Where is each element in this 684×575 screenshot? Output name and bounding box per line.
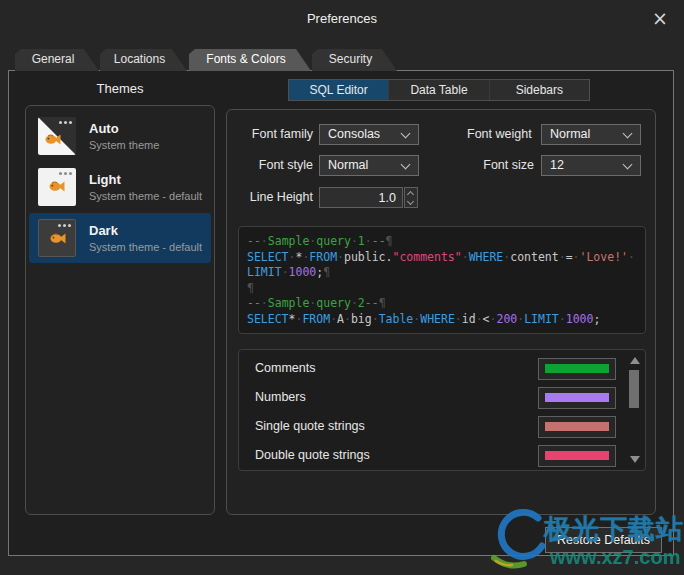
fish-icon xyxy=(49,180,66,193)
font-weight-value: Normal xyxy=(550,127,590,141)
font-style-label: Font style xyxy=(235,158,313,172)
theme-name: Auto xyxy=(89,121,159,136)
window-dots-icon xyxy=(59,172,72,175)
theme-item-dark[interactable]: DarkSystem theme - default xyxy=(29,213,211,263)
chevron-down-icon xyxy=(623,160,633,170)
theme-item-light[interactable]: LightSystem theme - default xyxy=(29,162,211,212)
window-dots-icon xyxy=(59,121,72,124)
code-line: ¶ xyxy=(247,281,637,297)
color-swatch-button[interactable] xyxy=(538,358,616,380)
stepper-down-icon[interactable] xyxy=(405,198,417,208)
themes-header: Themes xyxy=(25,81,215,96)
subtab-sidebars[interactable]: Sidebars xyxy=(489,80,589,100)
color-setting-label: Double quote strings xyxy=(255,448,370,462)
window-title: Preferences xyxy=(0,11,684,26)
sql-sample-preview: --·Sample·query·1·--¶SELECT·*·FROM·publi… xyxy=(238,226,646,334)
color-setting-row: Single quote strings xyxy=(239,413,645,442)
fish-icon xyxy=(50,232,67,245)
line-height-label: Line Height xyxy=(235,190,313,204)
color-swatch-button[interactable] xyxy=(538,416,616,438)
color-setting-row: Double quote strings xyxy=(239,442,645,471)
tab-fonts-colors[interactable]: Fonts & Colors xyxy=(189,49,311,71)
chevron-down-icon xyxy=(623,129,633,139)
window-dots-icon xyxy=(58,224,71,227)
theme-desc: System theme - default xyxy=(89,190,202,202)
scroll-down-icon[interactable] xyxy=(630,456,640,463)
font-size-select[interactable]: 12 xyxy=(541,155,641,176)
colors-scrollbar xyxy=(628,355,641,465)
color-swatch-button[interactable] xyxy=(538,445,616,467)
tab-locations[interactable]: Locations xyxy=(100,49,187,71)
theme-thumbnail-light xyxy=(38,168,76,206)
code-line: --·Sample·query·2--¶ xyxy=(247,296,637,312)
font-family-select[interactable]: Consolas xyxy=(319,124,419,145)
font-style-value: Normal xyxy=(328,158,368,172)
theme-name: Light xyxy=(89,172,202,187)
tab-general[interactable]: General xyxy=(15,49,99,71)
tab-security[interactable]: Security xyxy=(312,49,397,71)
chevron-down-icon xyxy=(401,160,411,170)
scroll-up-icon[interactable] xyxy=(630,357,640,364)
theme-thumbnail-auto xyxy=(38,117,76,155)
close-icon[interactable]: × xyxy=(648,6,672,30)
color-swatch xyxy=(545,364,609,373)
color-swatch-button[interactable] xyxy=(538,387,616,409)
line-height-input[interactable] xyxy=(319,187,403,208)
code-line: LIMIT·1000;¶ xyxy=(247,265,637,281)
fish-icon xyxy=(45,133,62,146)
font-family-label: Font family xyxy=(235,127,313,141)
font-size-label: Font size xyxy=(467,158,534,172)
font-style-select[interactable]: Normal xyxy=(319,155,419,176)
title-bar: Preferences × xyxy=(0,0,684,44)
color-setting-label: Numbers xyxy=(255,390,306,404)
font-weight-select[interactable]: Normal xyxy=(541,124,641,145)
line-height-stepper xyxy=(404,187,418,208)
font-family-value: Consolas xyxy=(328,127,380,141)
color-swatch xyxy=(545,393,609,402)
theme-desc: System theme - default xyxy=(89,241,202,253)
restore-defaults-button[interactable]: Restore Defaults xyxy=(545,527,662,553)
color-setting-row: Numbers xyxy=(239,384,645,413)
subtab-data-table[interactable]: Data Table xyxy=(388,80,488,100)
scrollbar-thumb[interactable] xyxy=(629,370,639,408)
content-panel: Themes SQL EditorData TableSidebars Auto… xyxy=(8,70,674,556)
sql-editor-settings: Font family Consolas Font weight Normal … xyxy=(226,109,656,515)
syntax-colors-list: CommentsNumbersSingle quote stringsDoubl… xyxy=(238,349,646,471)
color-swatch xyxy=(545,422,609,431)
subtab-sql-editor[interactable]: SQL Editor xyxy=(289,80,388,100)
theme-thumbnail-dark xyxy=(38,219,76,257)
theme-item-auto[interactable]: AutoSystem theme xyxy=(29,111,211,161)
theme-name: Dark xyxy=(89,223,202,238)
color-swatch xyxy=(545,451,609,460)
color-setting-label: Single quote strings xyxy=(255,419,365,433)
theme-desc: System theme xyxy=(89,139,159,151)
code-line: SELECT*·FROM·A·big·Table·WHERE·id·<·200·… xyxy=(247,312,637,328)
color-setting-label: Comments xyxy=(255,361,315,375)
font-weight-label: Font weight xyxy=(467,127,534,141)
stepper-up-icon[interactable] xyxy=(405,188,417,198)
editor-subtabs: SQL EditorData TableSidebars xyxy=(288,79,590,101)
color-setting-row: Comments xyxy=(239,355,645,384)
font-size-value: 12 xyxy=(550,158,564,172)
chevron-down-icon xyxy=(401,129,411,139)
code-line: SELECT·*·FROM·public."comments"·WHERE·co… xyxy=(247,250,637,266)
code-line: --·Sample·query·1·--¶ xyxy=(247,234,637,250)
theme-list: AutoSystem themeLightSystem theme - defa… xyxy=(25,105,215,515)
